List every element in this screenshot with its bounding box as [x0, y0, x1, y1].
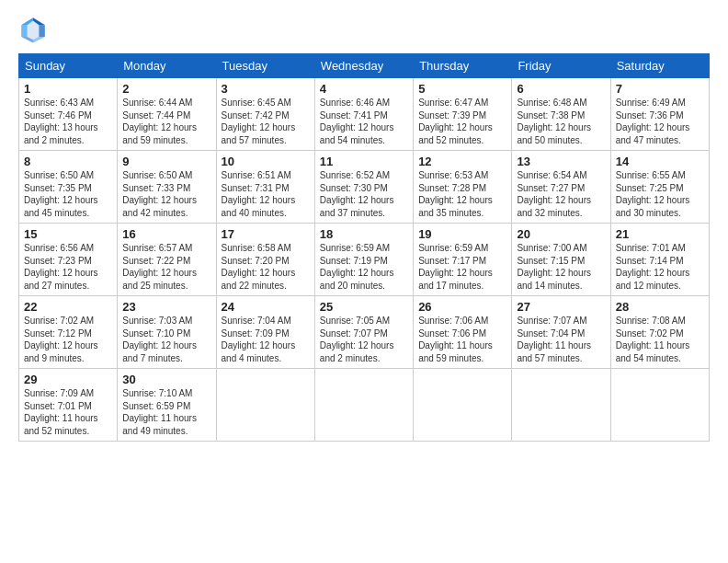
calendar-cell: 14Sunrise: 6:55 AMSunset: 7:25 PMDayligh…	[610, 151, 709, 224]
calendar-cell: 28Sunrise: 7:08 AMSunset: 7:02 PMDayligh…	[610, 296, 709, 369]
weekday-header: Sunday	[19, 54, 118, 78]
calendar-row: 8Sunrise: 6:50 AMSunset: 7:35 PMDaylight…	[19, 151, 710, 224]
day-info: Sunrise: 7:00 AMSunset: 7:15 PMDaylight:…	[517, 242, 605, 292]
day-number: 13	[517, 155, 605, 168]
day-number: 25	[320, 300, 408, 314]
day-info: Sunrise: 7:07 AMSunset: 7:04 PMDaylight:…	[517, 315, 605, 364]
calendar-cell: 7Sunrise: 6:49 AMSunset: 7:36 PMDaylight…	[610, 78, 709, 151]
day-number: 29	[24, 373, 112, 386]
calendar-cell: 3Sunrise: 6:45 AMSunset: 7:42 PMDaylight…	[216, 78, 314, 151]
calendar-cell	[610, 369, 709, 442]
calendar-cell	[512, 369, 610, 442]
day-number: 20	[517, 227, 605, 241]
day-number: 24	[222, 300, 310, 314]
calendar-cell: 27Sunrise: 7:07 AMSunset: 7:04 PMDayligh…	[512, 296, 610, 369]
calendar-cell	[314, 369, 413, 442]
calendar-cell: 6Sunrise: 6:48 AMSunset: 7:38 PMDaylight…	[512, 78, 610, 151]
calendar-row: 22Sunrise: 7:02 AMSunset: 7:12 PMDayligh…	[19, 296, 710, 369]
day-info: Sunrise: 6:49 AMSunset: 7:36 PMDaylight:…	[616, 97, 704, 146]
day-number: 10	[222, 155, 310, 168]
calendar-cell: 26Sunrise: 7:06 AMSunset: 7:06 PMDayligh…	[414, 296, 512, 369]
day-number: 11	[320, 155, 408, 168]
logo	[18, 15, 53, 44]
calendar-cell: 13Sunrise: 6:54 AMSunset: 7:27 PMDayligh…	[512, 151, 610, 224]
calendar-cell: 12Sunrise: 6:53 AMSunset: 7:28 PMDayligh…	[414, 151, 512, 224]
day-info: Sunrise: 6:52 AMSunset: 7:30 PMDaylight:…	[320, 169, 408, 219]
weekday-header: Tuesday	[216, 54, 314, 78]
day-info: Sunrise: 6:44 AMSunset: 7:44 PMDaylight:…	[122, 97, 210, 146]
calendar-cell: 22Sunrise: 7:02 AMSunset: 7:12 PMDayligh…	[19, 296, 118, 369]
calendar-cell: 1Sunrise: 6:43 AMSunset: 7:46 PMDaylight…	[19, 78, 118, 151]
calendar-cell: 2Sunrise: 6:44 AMSunset: 7:44 PMDaylight…	[118, 78, 216, 151]
calendar-cell: 24Sunrise: 7:04 AMSunset: 7:09 PMDayligh…	[216, 296, 314, 369]
calendar-cell: 20Sunrise: 7:00 AMSunset: 7:15 PMDayligh…	[512, 224, 610, 296]
calendar-cell: 10Sunrise: 6:51 AMSunset: 7:31 PMDayligh…	[216, 151, 314, 224]
weekday-header: Friday	[512, 54, 610, 78]
calendar-cell: 15Sunrise: 6:56 AMSunset: 7:23 PMDayligh…	[19, 224, 118, 296]
day-number: 17	[222, 227, 310, 241]
day-number: 1	[24, 82, 112, 96]
day-number: 18	[320, 227, 408, 241]
calendar-table: SundayMondayTuesdayWednesdayThursdayFrid…	[18, 53, 710, 442]
day-number: 3	[222, 82, 310, 96]
day-info: Sunrise: 6:56 AMSunset: 7:23 PMDaylight:…	[24, 242, 112, 292]
calendar-cell: 5Sunrise: 6:47 AMSunset: 7:39 PMDaylight…	[414, 78, 512, 151]
day-info: Sunrise: 6:59 AMSunset: 7:19 PMDaylight:…	[320, 242, 408, 292]
day-number: 5	[418, 82, 506, 96]
day-number: 19	[418, 227, 506, 241]
calendar-cell: 4Sunrise: 6:46 AMSunset: 7:41 PMDaylight…	[314, 78, 413, 151]
weekday-header: Wednesday	[314, 54, 413, 78]
day-info: Sunrise: 7:06 AMSunset: 7:06 PMDaylight:…	[418, 315, 506, 364]
day-number: 30	[122, 373, 210, 386]
day-number: 23	[122, 300, 210, 314]
calendar-cell: 29Sunrise: 7:09 AMSunset: 7:01 PMDayligh…	[19, 369, 118, 442]
day-number: 12	[418, 155, 506, 168]
calendar-row: 29Sunrise: 7:09 AMSunset: 7:01 PMDayligh…	[19, 369, 710, 442]
day-number: 7	[616, 82, 704, 96]
calendar-cell: 25Sunrise: 7:05 AMSunset: 7:07 PMDayligh…	[314, 296, 413, 369]
calendar-cell: 9Sunrise: 6:50 AMSunset: 7:33 PMDaylight…	[118, 151, 216, 224]
calendar-row: 15Sunrise: 6:56 AMSunset: 7:23 PMDayligh…	[19, 224, 710, 296]
day-info: Sunrise: 6:43 AMSunset: 7:46 PMDaylight:…	[24, 97, 112, 146]
calendar-cell	[216, 369, 314, 442]
day-number: 16	[122, 227, 210, 241]
calendar-header-row: SundayMondayTuesdayWednesdayThursdayFrid…	[19, 54, 710, 78]
day-number: 8	[24, 155, 112, 168]
day-info: Sunrise: 7:10 AMSunset: 6:59 PMDaylight:…	[122, 387, 210, 437]
calendar-cell: 17Sunrise: 6:58 AMSunset: 7:20 PMDayligh…	[216, 224, 314, 296]
calendar-row: 1Sunrise: 6:43 AMSunset: 7:46 PMDaylight…	[19, 78, 710, 151]
svg-marker-3	[39, 25, 44, 37]
day-info: Sunrise: 7:03 AMSunset: 7:10 PMDaylight:…	[122, 315, 210, 364]
calendar-cell: 21Sunrise: 7:01 AMSunset: 7:14 PMDayligh…	[610, 224, 709, 296]
calendar-cell: 23Sunrise: 7:03 AMSunset: 7:10 PMDayligh…	[118, 296, 216, 369]
weekday-header: Monday	[118, 54, 216, 78]
day-info: Sunrise: 7:02 AMSunset: 7:12 PMDaylight:…	[24, 315, 112, 364]
calendar-cell: 8Sunrise: 6:50 AMSunset: 7:35 PMDaylight…	[19, 151, 118, 224]
calendar-cell: 30Sunrise: 7:10 AMSunset: 6:59 PMDayligh…	[118, 369, 216, 442]
day-number: 26	[418, 300, 506, 314]
logo-icon	[18, 15, 48, 44]
day-info: Sunrise: 7:01 AMSunset: 7:14 PMDaylight:…	[616, 242, 704, 292]
day-info: Sunrise: 7:09 AMSunset: 7:01 PMDaylight:…	[24, 387, 112, 437]
calendar-cell: 16Sunrise: 6:57 AMSunset: 7:22 PMDayligh…	[118, 224, 216, 296]
day-number: 14	[616, 155, 704, 168]
day-info: Sunrise: 6:55 AMSunset: 7:25 PMDaylight:…	[616, 169, 704, 219]
day-info: Sunrise: 6:50 AMSunset: 7:33 PMDaylight:…	[122, 169, 210, 219]
day-number: 15	[24, 227, 112, 241]
day-number: 27	[517, 300, 605, 314]
calendar-cell: 19Sunrise: 6:59 AMSunset: 7:17 PMDayligh…	[414, 224, 512, 296]
day-number: 6	[517, 82, 605, 96]
calendar-cell	[414, 369, 512, 442]
day-info: Sunrise: 6:50 AMSunset: 7:35 PMDaylight:…	[24, 169, 112, 219]
header	[18, 15, 710, 44]
day-info: Sunrise: 6:51 AMSunset: 7:31 PMDaylight:…	[222, 169, 310, 219]
weekday-header: Thursday	[414, 54, 512, 78]
page-container: SundayMondayTuesdayWednesdayThursdayFrid…	[0, 0, 728, 451]
day-info: Sunrise: 7:05 AMSunset: 7:07 PMDaylight:…	[320, 315, 408, 364]
day-number: 28	[616, 300, 704, 314]
weekday-header: Saturday	[610, 54, 709, 78]
day-info: Sunrise: 6:45 AMSunset: 7:42 PMDaylight:…	[222, 97, 310, 146]
calendar-cell: 11Sunrise: 6:52 AMSunset: 7:30 PMDayligh…	[314, 151, 413, 224]
day-info: Sunrise: 6:54 AMSunset: 7:27 PMDaylight:…	[517, 169, 605, 219]
day-info: Sunrise: 6:53 AMSunset: 7:28 PMDaylight:…	[418, 169, 506, 219]
